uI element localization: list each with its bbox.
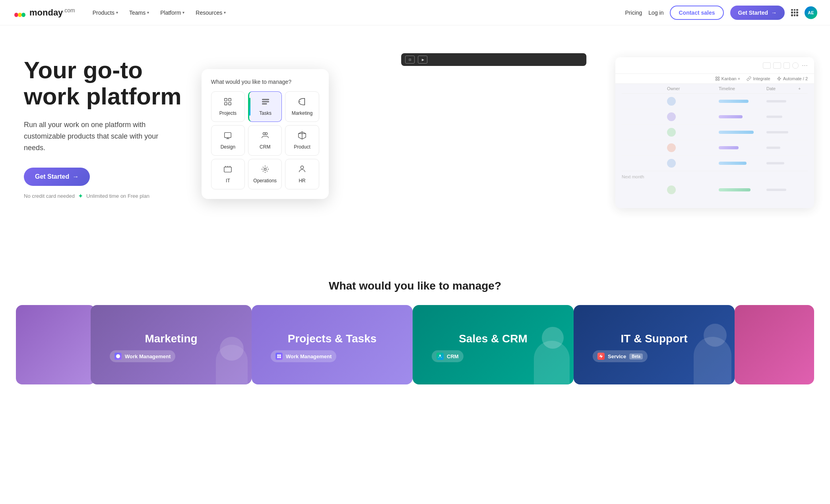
it-icon [223, 165, 232, 176]
operations-icon [261, 165, 270, 176]
integrate-label: Integrate [747, 76, 770, 81]
svg-rect-29 [718, 79, 719, 81]
hero-right: ⊡ ▶ What would you like to manage? Proje… [182, 49, 806, 208]
wm-badge-icon-2 [275, 353, 283, 360]
sales-card-title: Sales & CRM [432, 332, 555, 346]
hero-get-started-button[interactable]: Get Started → [24, 168, 90, 186]
manage-item-crm[interactable]: CRM [248, 125, 282, 156]
projects-card-badge: Work Management [271, 350, 336, 362]
chevron-down-icon: ▾ [116, 10, 118, 15]
svg-point-25 [301, 166, 303, 169]
hero-left: Your go-to work platform Run all your wo… [24, 49, 182, 200]
manage-card-it[interactable]: IT & Support Service Beta [574, 305, 735, 384]
mobile-view-icon[interactable]: ▶ [418, 56, 428, 64]
arrow-right-icon: → [771, 10, 777, 16]
projects-icon [223, 97, 232, 108]
kanban-row [622, 94, 808, 109]
arrow-right-icon: → [72, 173, 79, 180]
wm-badge-icon [114, 353, 122, 360]
kanban-row [622, 109, 808, 125]
svg-rect-8 [262, 99, 269, 100]
owner-cell-2 [667, 185, 719, 194]
apps-grid-icon[interactable] [791, 9, 798, 16]
product-icon [298, 131, 306, 142]
avatar[interactable]: AE [805, 6, 817, 19]
service-badge-icon [597, 353, 605, 360]
nav-item-platform[interactable]: Platform ▾ [155, 6, 189, 19]
date-cell-2 [766, 189, 798, 191]
logo[interactable]: monday.com [13, 6, 75, 20]
svg-rect-34 [277, 357, 279, 358]
owner-cell [667, 112, 719, 121]
it-card-badge: Service Beta [593, 350, 648, 362]
svg-point-17 [265, 133, 268, 135]
date-cell [766, 116, 798, 118]
kanban-preview: ··· Kanban + Integrate Automate / 2 [615, 57, 814, 208]
kanban-row [622, 125, 808, 140]
nav-item-resources[interactable]: Resources ▾ [191, 6, 231, 19]
svg-rect-5 [229, 98, 231, 101]
navbar: monday.com Products ▾ Teams ▾ Platform ▾… [0, 0, 830, 25]
owner-cell [667, 128, 719, 137]
svg-rect-4 [225, 98, 227, 101]
nav-item-products[interactable]: Products ▾ [88, 6, 123, 19]
date-cell [766, 100, 798, 102]
svg-rect-9 [262, 101, 269, 102]
owner-cell [667, 159, 719, 168]
svg-rect-28 [716, 79, 717, 81]
svg-rect-32 [277, 355, 279, 356]
manage-card-projects[interactable]: Projects & Tasks Work Management [252, 305, 413, 384]
contact-sales-button[interactable]: Contact sales [670, 6, 723, 20]
chevron-down-icon: ▾ [147, 10, 149, 15]
manage-item-projects[interactable]: Projects [211, 91, 245, 122]
owner-cell [667, 97, 719, 106]
kanban-row [622, 140, 808, 156]
hero-disclaimer: No credit card needed ✦ Unlimited time o… [24, 192, 182, 200]
kanban-row-extra [622, 182, 808, 197]
svg-rect-10 [262, 104, 266, 104]
navbar-left: monday.com Products ▾ Teams ▾ Platform ▾… [13, 6, 231, 20]
login-link[interactable]: Log in [648, 10, 663, 16]
svg-marker-37 [599, 354, 603, 358]
marketing-card-title: Marketing [110, 332, 233, 346]
design-icon [223, 131, 232, 142]
manage-dialog: What would you like to manage? Projects … [202, 69, 329, 199]
kanban-view-label: Kanban + [715, 76, 740, 81]
marketing-icon [298, 97, 306, 108]
manage-item-product[interactable]: Product [285, 125, 319, 156]
manage-item-design[interactable]: Design [211, 125, 245, 156]
desktop-view-icon[interactable]: ⊡ [405, 56, 415, 64]
manage-cards-row: Marketing Work Management Projects & Tas… [16, 305, 814, 384]
manage-card-marketing[interactable]: Marketing Work Management [91, 305, 252, 384]
timeline-cell [719, 100, 766, 103]
projects-card-title: Projects & Tasks [271, 332, 394, 346]
manage-grid: Projects Tasks Marketing [211, 91, 319, 189]
timeline-cell [719, 115, 766, 118]
manage-item-marketing[interactable]: Marketing [285, 91, 319, 122]
nav-item-teams[interactable]: Teams ▾ [124, 6, 154, 19]
screen-toggle[interactable]: ⊡ ▶ [401, 53, 587, 66]
nav-items: Products ▾ Teams ▾ Platform ▾ Resources … [88, 6, 231, 19]
navbar-right: Pricing Log in Contact sales Get Started… [625, 6, 817, 20]
svg-point-24 [264, 168, 266, 170]
pricing-link[interactable]: Pricing [625, 10, 642, 16]
automate-label: Automate / 2 [777, 76, 808, 81]
hr-icon [298, 165, 306, 176]
manage-item-it[interactable]: IT [211, 159, 245, 189]
manage-card-ops-left-partial[interactable] [16, 305, 95, 384]
svg-point-1 [14, 13, 18, 17]
kanban-view-icon [763, 62, 771, 69]
svg-rect-26 [716, 77, 717, 79]
date-cell [766, 147, 798, 149]
section-title: What would you like to manage? [16, 280, 814, 292]
manage-card-sales[interactable]: Sales & CRM CRM [413, 305, 574, 384]
manage-item-operations[interactable]: Operations [248, 159, 282, 189]
svg-rect-6 [225, 102, 227, 105]
manage-card-ops-right-partial[interactable] [735, 305, 814, 384]
it-card-title: IT & Support [593, 332, 716, 346]
manage-item-hr[interactable]: HR [285, 159, 319, 189]
manage-item-tasks[interactable]: Tasks [248, 91, 282, 122]
get-started-nav-button[interactable]: Get Started → [730, 6, 785, 20]
kanban-view-icon-4 [792, 62, 799, 69]
manage-section: What would you like to manage? Marketing… [0, 256, 830, 400]
